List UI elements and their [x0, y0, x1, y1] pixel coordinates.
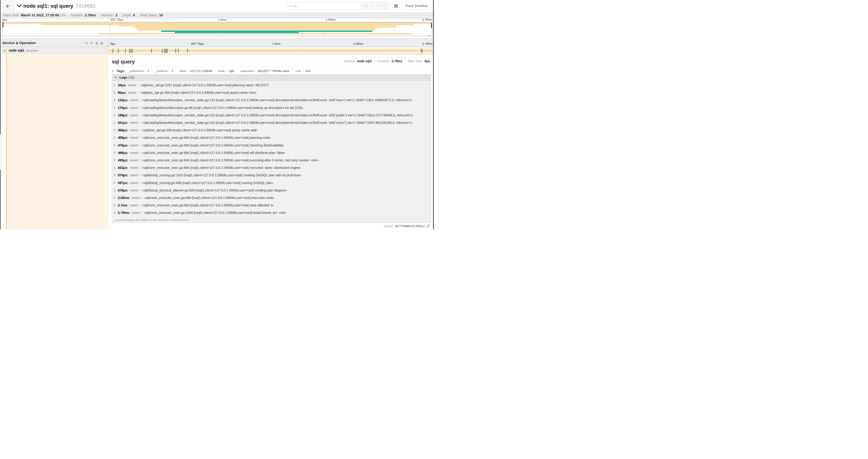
expand-one-icon[interactable] — [91, 41, 93, 44]
log-chevron-icon — [114, 91, 116, 94]
span-row[interactable]: node sql1 sql query — [1, 47, 433, 54]
log-row[interactable]: 176μs:event=‹sql/catalog/descs/descripto… — [112, 104, 431, 111]
span-row-name-cell[interactable]: node sql1 sql query — [1, 47, 108, 54]
log-marker-tick[interactable] — [162, 49, 162, 53]
log-marker-tick[interactable] — [178, 49, 179, 53]
divider — [68, 13, 68, 17]
log-row[interactable]: 366μs:event=‹sql/plan_opt.go:358 [nsql1,… — [112, 126, 431, 134]
log-timestamp: 2.69ms: — [118, 196, 130, 200]
log-row[interactable]: 459μs:event=‹sql/conn_executor_exec.go:6… — [112, 134, 431, 141]
log-key: event — [130, 136, 138, 139]
log-row[interactable]: 476μs:event=‹sql/conn_executor_exec.go:6… — [112, 141, 431, 149]
log-marker-tick[interactable] — [118, 49, 119, 53]
tag-value: SELECT * FROM users — [257, 69, 289, 73]
back-arrow-icon — [6, 4, 10, 8]
log-timestamp: 80μs: — [118, 91, 126, 94]
log-marker-tick[interactable] — [187, 49, 188, 53]
axis-tick-label: 1.4ms — [272, 42, 280, 45]
span-children-chevron-icon[interactable] — [3, 50, 6, 52]
log-row[interactable]: 678μs:event=‹sql/distsql_physical_planne… — [112, 187, 431, 194]
log-row[interactable]: 574μs:event=‹sql/distsql_running.go:1420… — [112, 171, 431, 179]
log-marker-tick[interactable] — [176, 49, 176, 53]
view-selector-button[interactable]: Trace Timeline — [402, 2, 431, 9]
log-row[interactable]: 597μs:event=‹sql/distsql_running.go:498 … — [112, 179, 431, 186]
collapse-trace-chevron-icon[interactable] — [17, 4, 22, 7]
expand-all-icon[interactable] — [100, 42, 103, 45]
log-marker-tick[interactable] — [167, 49, 167, 53]
detail-meta: Service:node sql1Duration:2.79msStart Ti… — [344, 60, 430, 63]
detail-header: sql query Service:node sql1Duration:2.79… — [112, 57, 430, 65]
log-marker-tick[interactable] — [165, 49, 166, 53]
next-result-icon[interactable] — [377, 5, 380, 7]
log-value: ‹sql/conn_executor_exec.go:684 [nsql1,cl… — [142, 166, 301, 170]
locate-match-icon[interactable] — [364, 4, 368, 8]
log-row[interactable]: 80μs:event=‹sql/plan_opt.go:358 [nsql1,c… — [112, 89, 431, 96]
collapse-one-icon[interactable] — [85, 42, 88, 44]
log-marker-tick[interactable] — [166, 49, 166, 53]
prev-result-icon[interactable] — [370, 5, 374, 7]
log-chevron-icon — [114, 174, 116, 177]
log-key: event — [130, 158, 138, 162]
find-input[interactable] — [287, 2, 361, 9]
log-equals: = — [141, 196, 143, 200]
log-row[interactable]: 2.79ms:event=‹sql/conn_executor_exec.go:… — [112, 209, 431, 217]
log-timestamp: 189μs: — [118, 113, 128, 117]
keyboard-shortcuts-button[interactable] — [392, 2, 400, 9]
log-marker-tick[interactable] — [125, 49, 126, 53]
log-timestamp: 459μs: — [118, 136, 128, 139]
back-button[interactable] — [1, 0, 14, 12]
summary-value: 2 — [116, 13, 117, 17]
page-title: node sql1: sql query7418682 — [23, 0, 96, 12]
log-key: event — [128, 91, 136, 94]
log-timestamp: 34μs: — [118, 83, 126, 87]
log-marker-tick[interactable] — [164, 49, 164, 53]
grip-bar — [108, 45, 108, 47]
span-row-bar-cell[interactable] — [108, 47, 433, 54]
log-marker-tick[interactable] — [113, 49, 113, 53]
collapse-all-icon[interactable] — [95, 42, 98, 45]
log-key: event — [132, 196, 140, 200]
view-selector-label: Trace Timeline — [405, 4, 427, 8]
trace-title: node sql1: sql query — [23, 3, 73, 9]
log-chevron-icon — [114, 129, 116, 132]
span-id-value: 4877749850101760812 — [395, 225, 425, 228]
log-marker-tick[interactable] — [131, 49, 131, 53]
log-equals: = — [139, 128, 141, 132]
log-row[interactable]: 495μs:event=‹sql/conn_executor_exec.go:6… — [112, 157, 431, 164]
log-marker-tick[interactable] — [132, 49, 132, 53]
log-value: ‹sql/conn_executor_exec.go:684 [nsql1,cl… — [142, 203, 274, 207]
log-row[interactable]: 34μs:event=‹sql/exec_util.go:2297 [nsql1… — [112, 81, 431, 89]
log-timestamp: 366μs: — [118, 128, 128, 132]
span-detail-panel: sql query Service:node sql1Duration:2.79… — [108, 54, 433, 230]
meta-value: 0μs — [425, 60, 430, 63]
log-timestamp: 486μs: — [118, 151, 128, 155]
log-row[interactable]: 486μs:event=‹sql/conn_executor_exec.go:6… — [112, 149, 431, 157]
tags-accordian[interactable]: Tags: _unfinished=1_verbose=1client=127.… — [112, 68, 311, 74]
deep-link-icon[interactable] — [427, 224, 430, 228]
clear-find-icon[interactable] — [383, 4, 386, 7]
log-marker-tick[interactable] — [422, 49, 423, 53]
trace-minimap[interactable] — [2, 22, 432, 36]
span-duration-bar[interactable] — [109, 50, 433, 52]
ruler-tick-label: 697.75μs — [111, 18, 123, 22]
log-row[interactable]: 2.69ms:event=‹sql/conn_executor_exec.go:… — [112, 194, 431, 201]
detail-operation-name: sql query — [112, 59, 135, 65]
log-marker-tick[interactable] — [129, 49, 130, 53]
log-row[interactable]: 502μs:event=‹sql/conn_executor_exec.go:6… — [112, 164, 431, 171]
log-marker-tick[interactable] — [421, 49, 422, 53]
tags-items: _unfinished=1_verbose=1client=127.0.0.1:… — [128, 69, 311, 73]
tag-equals: = — [169, 69, 170, 73]
column-resizer-grip[interactable] — [107, 45, 108, 47]
log-marker-tick[interactable] — [151, 49, 152, 53]
minimap-right-scrubber[interactable] — [431, 23, 432, 28]
log-key: event — [130, 106, 138, 110]
logs-header[interactable]: Logs (18) — [112, 74, 431, 81]
minimap-left-scrubber[interactable] — [3, 22, 3, 27]
log-value: ‹sql/conn_executor_exec.go:684 [nsql1,cl… — [142, 158, 319, 162]
tag-value: 1 — [148, 69, 149, 73]
logs-accordian: Logs (18) 34μs:event=‹sql/exec_util.go:2… — [112, 74, 431, 223]
log-row[interactable]: 2.7ms:event=‹sql/conn_executor_exec.go:6… — [112, 201, 431, 209]
log-row[interactable]: 201μs:event=‹sql/catalog/lease/descripto… — [112, 119, 431, 126]
log-row[interactable]: 142μs:event=‹sql/catalog/lease/descripto… — [112, 96, 431, 104]
log-row[interactable]: 189μs:event=‹sql/catalog/lease/descripto… — [112, 111, 431, 119]
